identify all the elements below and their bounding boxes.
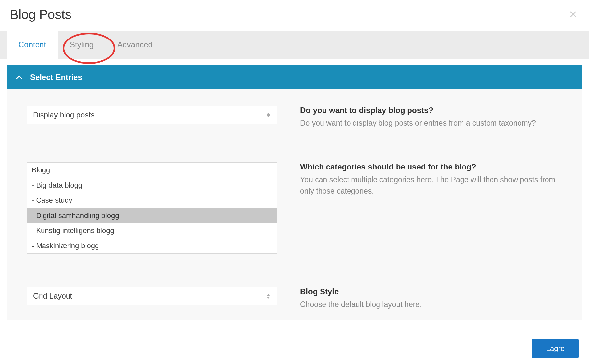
category-option[interactable]: - Kunstig intelligens blogg — [27, 223, 277, 238]
display-posts-select[interactable]: Display blog posts — [27, 106, 277, 124]
tab-styling[interactable]: Styling — [58, 31, 105, 59]
select-handle — [260, 287, 277, 305]
field-description: Choose the default blog layout here. — [300, 299, 562, 310]
category-option[interactable]: Blogg — [27, 163, 277, 178]
accordion-header-select-entries[interactable]: Select Entries — [7, 65, 582, 89]
chevron-updown-icon — [267, 294, 270, 299]
select-value: Display blog posts — [27, 111, 260, 119]
accordion-body: Display blog posts Do you want to displa… — [7, 89, 582, 320]
field-control: Grid Layout — [27, 287, 277, 310]
modal-header: Blog Posts ✕ — [0, 0, 589, 31]
category-option[interactable]: - Maskinlæring blogg — [27, 238, 277, 253]
field-control: Blogg - Big data blogg - Case study - Di… — [27, 162, 277, 254]
select-value: Grid Layout — [27, 292, 260, 300]
category-option[interactable]: - Big data blogg — [27, 178, 277, 193]
modal-footer: Lagre — [0, 333, 589, 364]
tabs-bar: Content Styling Advanced — [0, 31, 589, 59]
field-info: Which categories should be used for the … — [300, 162, 562, 254]
chevron-up-icon — [16, 75, 22, 80]
field-label: Blog Style — [300, 287, 562, 296]
field-control: Display blog posts — [27, 106, 277, 129]
field-row-display: Display blog posts Do you want to displa… — [27, 106, 562, 147]
tab-content[interactable]: Content — [7, 31, 58, 59]
field-info: Blog Style Choose the default blog layou… — [300, 287, 562, 310]
field-description: Do you want to display blog posts or ent… — [300, 117, 562, 129]
categories-multiselect[interactable]: Blogg - Big data blogg - Case study - Di… — [27, 162, 277, 254]
blog-style-select[interactable]: Grid Layout — [27, 287, 277, 305]
accordion-title: Select Entries — [30, 73, 82, 82]
close-icon[interactable]: ✕ — [567, 7, 579, 22]
tab-advanced[interactable]: Advanced — [105, 31, 164, 59]
field-row-categories: Blogg - Big data blogg - Case study - Di… — [27, 162, 562, 272]
field-label: Do you want to display blog posts? — [300, 106, 562, 115]
modal-title: Blog Posts — [10, 7, 71, 22]
category-option[interactable]: - Case study — [27, 193, 277, 208]
content-area: Select Entries Display blog posts Do you… — [0, 59, 589, 327]
select-handle — [260, 106, 277, 124]
field-info: Do you want to display blog posts? Do yo… — [300, 106, 562, 129]
field-row-layout: Grid Layout Blog Style Choose the defaul… — [27, 287, 562, 310]
save-button[interactable]: Lagre — [532, 339, 579, 358]
chevron-updown-icon — [267, 113, 270, 117]
field-description: You can select multiple categories here.… — [300, 174, 562, 197]
field-label: Which categories should be used for the … — [300, 162, 562, 171]
category-option-selected[interactable]: - Digital samhandling blogg — [27, 208, 277, 223]
